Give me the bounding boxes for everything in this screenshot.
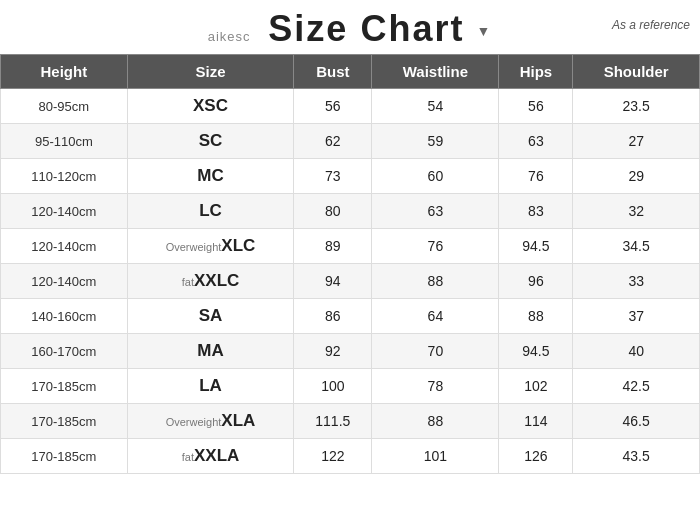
size-value: XSC [193,96,228,115]
cell-shoulder: 43.5 [573,439,700,474]
cell-hips: 88 [499,299,573,334]
size-value: MC [197,166,223,185]
cell-bust: 80 [294,194,372,229]
cell-shoulder: 29 [573,159,700,194]
cell-height: 80-95cm [1,89,128,124]
cell-hips: 126 [499,439,573,474]
cell-waist: 101 [372,439,499,474]
size-value: LC [199,201,222,220]
cell-hips: 102 [499,369,573,404]
size-prefix: fat [182,451,194,463]
cell-size: fatXXLC [127,264,294,299]
cell-bust: 94 [294,264,372,299]
col-shoulder: Shoulder [573,55,700,89]
table-row: 170-185cmOverweightXLA111.58811446.5 [1,404,700,439]
cell-height: 170-185cm [1,404,128,439]
cell-height: 170-185cm [1,439,128,474]
dropdown-icon[interactable]: ▼ [476,23,492,39]
cell-height: 120-140cm [1,229,128,264]
cell-size: SA [127,299,294,334]
cell-shoulder: 46.5 [573,404,700,439]
cell-bust: 86 [294,299,372,334]
cell-height: 120-140cm [1,264,128,299]
table-header-row: Height Size Bust Waistline Hips Shoulder [1,55,700,89]
cell-hips: 76 [499,159,573,194]
cell-waist: 60 [372,159,499,194]
cell-hips: 56 [499,89,573,124]
table-row: 110-120cmMC73607629 [1,159,700,194]
col-hips: Hips [499,55,573,89]
size-prefix: Overweight [166,416,222,428]
cell-shoulder: 33 [573,264,700,299]
table-row: 95-110cmSC62596327 [1,124,700,159]
cell-waist: 63 [372,194,499,229]
cell-size: OverweightXLC [127,229,294,264]
size-value: XXLA [194,446,239,465]
cell-height: 120-140cm [1,194,128,229]
cell-bust: 92 [294,334,372,369]
cell-size: MA [127,334,294,369]
cell-hips: 94.5 [499,334,573,369]
table-row: 80-95cmXSC56545623.5 [1,89,700,124]
col-bust: Bust [294,55,372,89]
cell-size: SC [127,124,294,159]
size-prefix: fat [182,276,194,288]
cell-waist: 64 [372,299,499,334]
size-value: MA [197,341,223,360]
cell-height: 170-185cm [1,369,128,404]
cell-waist: 76 [372,229,499,264]
cell-height: 95-110cm [1,124,128,159]
size-value: XLA [221,411,255,430]
cell-size: fatXXLA [127,439,294,474]
table-row: 160-170cmMA927094.540 [1,334,700,369]
table-row: 170-185cmfatXXLA12210112643.5 [1,439,700,474]
cell-size: LC [127,194,294,229]
cell-waist: 59 [372,124,499,159]
size-value: SC [199,131,223,150]
size-value: XLC [221,236,255,255]
cell-height: 160-170cm [1,334,128,369]
cell-bust: 122 [294,439,372,474]
cell-height: 140-160cm [1,299,128,334]
cell-shoulder: 27 [573,124,700,159]
col-height: Height [1,55,128,89]
cell-hips: 114 [499,404,573,439]
cell-bust: 73 [294,159,372,194]
table-row: 120-140cmfatXXLC94889633 [1,264,700,299]
cell-size: OverweightXLA [127,404,294,439]
cell-hips: 96 [499,264,573,299]
size-chart-table: Height Size Bust Waistline Hips Shoulder… [0,54,700,474]
cell-hips: 83 [499,194,573,229]
table-row: 120-140cmOverweightXLC897694.534.5 [1,229,700,264]
cell-shoulder: 32 [573,194,700,229]
page-title: Size Chart ▼ [268,8,492,49]
brand-label: aikesc [208,29,251,44]
col-size: Size [127,55,294,89]
cell-shoulder: 37 [573,299,700,334]
cell-hips: 63 [499,124,573,159]
cell-shoulder: 23.5 [573,89,700,124]
size-value: LA [199,376,222,395]
cell-size: LA [127,369,294,404]
cell-waist: 88 [372,404,499,439]
cell-size: XSC [127,89,294,124]
header: aikesc Size Chart ▼ As a reference [0,0,700,54]
cell-bust: 62 [294,124,372,159]
size-value: XXLC [194,271,239,290]
cell-waist: 54 [372,89,499,124]
cell-shoulder: 42.5 [573,369,700,404]
cell-bust: 111.5 [294,404,372,439]
cell-waist: 70 [372,334,499,369]
table-row: 140-160cmSA86648837 [1,299,700,334]
cell-bust: 100 [294,369,372,404]
size-prefix: Overweight [166,241,222,253]
size-value: SA [199,306,223,325]
cell-bust: 56 [294,89,372,124]
cell-size: MC [127,159,294,194]
cell-shoulder: 40 [573,334,700,369]
cell-height: 110-120cm [1,159,128,194]
cell-waist: 88 [372,264,499,299]
table-row: 170-185cmLA1007810242.5 [1,369,700,404]
cell-hips: 94.5 [499,229,573,264]
page: aikesc Size Chart ▼ As a reference Heigh… [0,0,700,514]
